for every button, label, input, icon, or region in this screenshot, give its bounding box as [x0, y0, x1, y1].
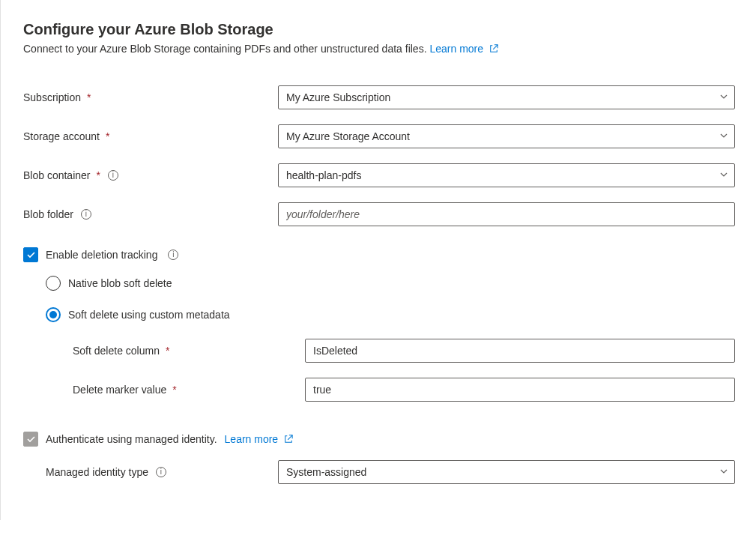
storage-account-select[interactable]: My Azure Storage Account — [278, 124, 735, 148]
radio-icon — [46, 276, 61, 291]
subscription-select[interactable]: My Azure Subscription — [278, 85, 735, 109]
open-new-window-icon — [489, 43, 498, 55]
chevron-down-icon — [719, 466, 728, 478]
chevron-down-icon — [719, 91, 728, 103]
required-asterisk: * — [106, 130, 109, 142]
blob-folder-input[interactable] — [278, 202, 735, 226]
enable-deletion-tracking-label: Enable deletion tracking — [46, 249, 157, 261]
soft-delete-column-label: Soft delete column* — [73, 345, 305, 357]
enable-deletion-tracking-checkbox[interactable] — [23, 247, 38, 262]
auth-learn-more-link[interactable]: Learn more — [225, 433, 293, 446]
chevron-down-icon — [719, 169, 728, 181]
subtitle-text: Connect to your Azure Blob Storage conta… — [23, 43, 427, 55]
blob-container-select[interactable]: health-plan-pdfs — [278, 163, 735, 187]
radio-icon — [46, 307, 61, 322]
radio-native-label: Native blob soft delete — [68, 277, 172, 289]
chevron-down-icon — [719, 130, 728, 142]
soft-delete-column-input[interactable] — [305, 339, 735, 363]
info-icon[interactable]: i — [156, 467, 166, 477]
managed-identity-type-select[interactable]: System-assigned — [278, 460, 735, 484]
radio-custom-metadata-soft-delete[interactable]: Soft delete using custom metadata — [23, 307, 735, 322]
managed-identity-type-label: Managed identity type i — [46, 466, 278, 478]
required-asterisk: * — [166, 345, 169, 357]
auth-managed-identity-label: Authenticate using managed identity. — [46, 433, 217, 445]
required-asterisk: * — [97, 169, 100, 181]
radio-native-soft-delete[interactable]: Native blob soft delete — [23, 276, 735, 291]
subscription-label: Subscription* — [23, 91, 278, 103]
required-asterisk: * — [172, 384, 176, 396]
storage-account-label: Storage account* — [23, 130, 278, 142]
info-icon[interactable]: i — [168, 250, 178, 260]
info-icon[interactable]: i — [108, 170, 118, 181]
info-icon[interactable]: i — [81, 209, 91, 220]
required-asterisk: * — [87, 91, 91, 103]
page-title: Configure your Azure Blob Storage — [23, 21, 735, 38]
learn-more-link[interactable]: Learn more — [429, 43, 498, 55]
radio-custom-label: Soft delete using custom metadata — [68, 309, 230, 321]
page-subtitle: Connect to your Azure Blob Storage conta… — [23, 43, 735, 55]
auth-managed-identity-checkbox[interactable] — [23, 432, 38, 447]
blob-container-label: Blob container* i — [23, 169, 278, 181]
blob-folder-label: Blob folder i — [23, 208, 278, 220]
delete-marker-value-label: Delete marker value* — [73, 384, 305, 396]
delete-marker-value-input[interactable] — [305, 378, 735, 402]
open-new-window-icon — [284, 434, 293, 446]
